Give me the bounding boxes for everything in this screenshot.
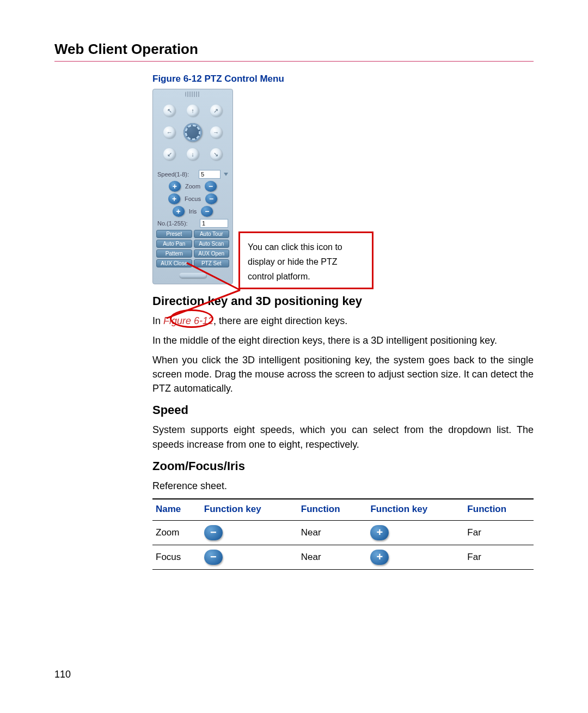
figure-6-12: ↖ ↑ ↗ ← → ↙ ↓ ↘ Speed(1-8): +	[152, 89, 534, 284]
cell-name: Zoom	[152, 520, 201, 545]
preset-button[interactable]: Preset	[156, 230, 192, 238]
dir-left-button[interactable]: ←	[163, 126, 175, 138]
dir-right-button[interactable]: →	[210, 126, 222, 138]
callout-text: You can click this icon to display or hi…	[248, 242, 342, 281]
direction-p3: When you click the 3D intelligent positi…	[152, 353, 534, 395]
minus-icon: −	[204, 525, 223, 540]
table-row: Focus − Near + Far	[152, 545, 534, 569]
table-header-row: Name Function key Function Function key …	[152, 499, 534, 521]
auto-tour-button[interactable]: Auto Tour	[194, 230, 230, 238]
focus-plus-button[interactable]: +	[168, 193, 180, 204]
iris-minus-button[interactable]: −	[201, 206, 213, 217]
dir-down-left-button[interactable]: ↙	[163, 148, 175, 160]
3d-positioning-button[interactable]	[183, 123, 202, 142]
page-number: 110	[54, 669, 71, 680]
callout-box: You can click this icon to display or hi…	[238, 231, 373, 289]
zoom-plus-button[interactable]: +	[169, 181, 181, 192]
th-func2: Function	[464, 499, 534, 521]
pattern-button[interactable]: Pattern	[156, 249, 192, 258]
minus-icon: −	[204, 550, 223, 565]
plus-icon: +	[370, 525, 389, 540]
dir-up-button[interactable]: ↑	[187, 105, 199, 117]
iris-label: Iris	[189, 208, 197, 215]
iris-plus-button[interactable]: +	[173, 206, 185, 217]
speed-heading: Speed	[152, 403, 534, 417]
cell-func2: Far	[464, 545, 534, 569]
table-row: Zoom − Near + Far	[152, 520, 534, 545]
page-title: Web Client Operation	[54, 41, 534, 62]
dir-down-right-button[interactable]: ↘	[210, 148, 222, 160]
zfi-heading: Zoom/Focus/Iris	[152, 459, 534, 473]
speed-input[interactable]	[199, 170, 220, 179]
th-fkey2: Function key	[367, 499, 464, 521]
dropdown-icon[interactable]	[224, 173, 228, 176]
ptz-set-button[interactable]: PTZ Set	[194, 259, 230, 267]
th-fkey1: Function key	[201, 499, 298, 521]
cell-func1: Near	[298, 520, 367, 545]
auto-scan-button[interactable]: Auto Scan	[194, 240, 230, 248]
cell-func1: Near	[298, 545, 367, 569]
aux-open-button[interactable]: AUX Open	[194, 249, 230, 258]
zfi-p: Reference sheet.	[152, 479, 534, 493]
speed-p: System supports eight speeds, which you …	[152, 423, 534, 451]
reference-table: Name Function key Function Function key …	[152, 498, 534, 570]
dir-up-left-button[interactable]: ↖	[163, 105, 175, 117]
figure-caption: Figure 6-12 PTZ Control Menu	[152, 74, 534, 84]
panel-grip-icon	[185, 92, 200, 97]
direction-p2: In the middle of the eight direction key…	[152, 333, 534, 348]
plus-icon: +	[370, 550, 389, 565]
focus-label: Focus	[185, 196, 201, 202]
cell-name: Focus	[152, 545, 201, 569]
auto-pan-button[interactable]: Auto Pan	[156, 240, 192, 248]
zoom-minus-button[interactable]: −	[205, 181, 217, 192]
focus-minus-button[interactable]: −	[205, 193, 217, 204]
dir-down-button[interactable]: ↓	[187, 148, 199, 160]
ptz-control-panel: ↖ ↑ ↗ ← → ↙ ↓ ↘ Speed(1-8): +	[152, 89, 233, 284]
th-func1: Function	[298, 499, 367, 521]
cell-func2: Far	[464, 520, 534, 545]
number-input[interactable]	[200, 219, 228, 228]
panel-toggle-handle[interactable]	[179, 273, 206, 278]
zoom-label: Zoom	[185, 183, 200, 190]
direction-key-grid: ↖ ↑ ↗ ← → ↙ ↓ ↘	[156, 99, 229, 168]
th-name: Name	[152, 499, 201, 521]
dir-up-right-button[interactable]: ↗	[210, 105, 222, 117]
highlight-ellipse-icon	[170, 309, 213, 328]
number-label: No.(1-255):	[157, 220, 198, 227]
speed-label: Speed(1-8):	[157, 171, 197, 178]
